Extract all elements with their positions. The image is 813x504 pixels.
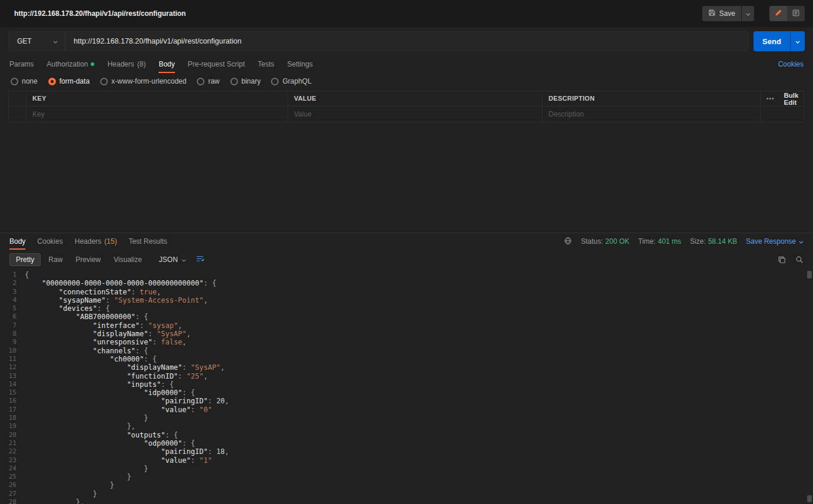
- line-number: 17: [0, 406, 25, 414]
- table-actions: ••• Bulk Edit: [761, 91, 804, 106]
- tab-tests[interactable]: Tests: [257, 55, 274, 73]
- tab-authorization[interactable]: Authorization: [47, 55, 94, 73]
- view-tab-preview[interactable]: Preview: [70, 253, 106, 266]
- tab-params[interactable]: Params: [9, 55, 34, 73]
- size-badge: Size: 58.14 KB: [690, 237, 737, 246]
- radio-icon: [230, 78, 238, 85]
- code-line: 3 "connectionState": true,: [0, 288, 813, 296]
- view-tab-visualize[interactable]: Visualize: [108, 253, 147, 266]
- line-number: 28: [0, 498, 25, 504]
- url-input[interactable]: http://192.168.178.20/fhapi/v1/api/rest/…: [65, 37, 748, 45]
- save-response-button[interactable]: Save Response: [746, 237, 804, 246]
- response-tab-headers[interactable]: Headers (15): [75, 233, 117, 250]
- code-line: 13 "functionID": "25",: [0, 372, 813, 380]
- save-button[interactable]: Save: [702, 6, 741, 21]
- line-number: 26: [0, 481, 25, 489]
- line-number: 18: [0, 414, 25, 422]
- url-bar: GET http://192.168.178.20/fhapi/v1/api/r…: [8, 31, 749, 51]
- vertical-scrollbar[interactable]: [807, 271, 812, 502]
- value-input[interactable]: Value: [288, 107, 543, 122]
- mode-none[interactable]: none: [11, 77, 38, 85]
- empty-request-area: [0, 122, 813, 233]
- line-number: 13: [0, 372, 25, 380]
- line-number: 22: [0, 447, 25, 456]
- scrollbar-thumb-bottom[interactable]: [807, 495, 812, 502]
- line-number: 3: [0, 288, 25, 296]
- method-value: GET: [17, 37, 32, 45]
- send-button[interactable]: Send: [753, 31, 790, 51]
- copy-button[interactable]: [778, 256, 786, 264]
- mode-form-data[interactable]: form-data: [48, 77, 90, 85]
- method-select[interactable]: GET: [9, 32, 65, 51]
- line-number: 15: [0, 389, 25, 397]
- postman-app: http://192.168.178.20/fhapi/v1/api/rest/…: [0, 0, 813, 504]
- code-line: 1{: [0, 271, 813, 279]
- mode-binary[interactable]: binary: [230, 77, 261, 85]
- column-header-key: KEY: [27, 91, 288, 106]
- search-button[interactable]: [795, 256, 804, 264]
- row-gutter: [9, 91, 27, 106]
- response-view-tabs: Pretty Raw Preview Visualize: [9, 253, 147, 266]
- status-badge: Status: 200 OK: [581, 237, 629, 246]
- headers-count: (8): [137, 60, 146, 68]
- edit-request-button[interactable]: [769, 6, 787, 21]
- header-actions: Save: [702, 6, 805, 21]
- view-tab-raw[interactable]: Raw: [43, 253, 68, 266]
- radio-icon: [11, 78, 18, 85]
- scrollbar-thumb[interactable]: [807, 271, 812, 278]
- line-number: 21: [0, 439, 25, 447]
- save-button-label: Save: [719, 9, 735, 18]
- save-icon: [708, 9, 716, 18]
- form-data-table: KEY VALUE DESCRIPTION ••• Bulk Edit Key …: [8, 91, 804, 122]
- line-number: 8: [0, 330, 25, 338]
- save-split-button: Save: [702, 6, 754, 21]
- row-gutter: [9, 107, 27, 122]
- send-dropdown-button[interactable]: [790, 31, 805, 51]
- line-number: 4: [0, 296, 25, 304]
- documentation-button[interactable]: [787, 6, 805, 21]
- request-url-row: GET http://192.168.178.20/fhapi/v1/api/r…: [0, 27, 813, 55]
- key-input[interactable]: Key: [27, 107, 288, 122]
- line-number: 2: [0, 279, 25, 287]
- save-dropdown-button[interactable]: [741, 6, 754, 21]
- line-number: 10: [0, 347, 25, 355]
- column-header-value: VALUE: [288, 91, 543, 106]
- code-line: 23 "value": "1": [0, 456, 813, 465]
- network-globe-icon[interactable]: [564, 237, 572, 247]
- response-tab-test-results[interactable]: Test Results: [128, 233, 167, 250]
- side-panel-buttons: [769, 6, 805, 21]
- format-select[interactable]: JSON: [156, 253, 190, 266]
- tab-pre-request-script[interactable]: Pre-request Script: [188, 55, 245, 73]
- request-tabs: Params Authorization Headers (8) Body Pr…: [0, 55, 813, 73]
- code-line: 22 "pairingID": 18,: [0, 447, 813, 456]
- tab-settings[interactable]: Settings: [287, 55, 313, 73]
- line-number: 19: [0, 422, 25, 430]
- more-options-icon[interactable]: •••: [766, 95, 775, 102]
- radio-icon: [197, 78, 204, 85]
- bulk-edit-button[interactable]: Bulk Edit: [784, 92, 799, 106]
- response-tab-cookies[interactable]: Cookies: [37, 233, 62, 250]
- response-body-viewer[interactable]: 1{2 "00000000-0000-0000-0000-00000000000…: [0, 269, 813, 504]
- wrap-text-button[interactable]: [196, 254, 204, 265]
- line-number: 6: [0, 313, 25, 321]
- code-line: 2 "00000000-0000-0000-0000-000000000000"…: [0, 279, 813, 287]
- column-header-description: DESCRIPTION: [543, 91, 761, 106]
- line-number: 12: [0, 363, 25, 372]
- code-line: 26 }: [0, 481, 813, 489]
- tab-headers[interactable]: Headers (8): [107, 55, 146, 73]
- table-header-row: KEY VALUE DESCRIPTION ••• Bulk Edit: [9, 91, 804, 107]
- line-number: 1: [0, 271, 25, 279]
- tab-body[interactable]: Body: [158, 55, 174, 73]
- view-tab-pretty[interactable]: Pretty: [9, 253, 41, 266]
- line-number: 27: [0, 490, 25, 498]
- response-tab-body[interactable]: Body: [9, 233, 25, 250]
- code-line: 14 "inputs": {: [0, 380, 813, 389]
- request-header-bar: http://192.168.178.20/fhapi/v1/api/rest/…: [0, 0, 813, 27]
- mode-raw[interactable]: raw: [197, 77, 219, 85]
- code-line: 8 "displayName": "SysAP",: [0, 330, 813, 338]
- mode-graphql[interactable]: GraphQL: [271, 77, 311, 85]
- body-mode-options: none form-data x-www-form-urlencoded raw…: [0, 73, 813, 89]
- mode-x-www-form-urlencoded[interactable]: x-www-form-urlencoded: [100, 77, 186, 85]
- description-input[interactable]: Description: [543, 107, 761, 122]
- cookies-link[interactable]: Cookies: [778, 60, 804, 68]
